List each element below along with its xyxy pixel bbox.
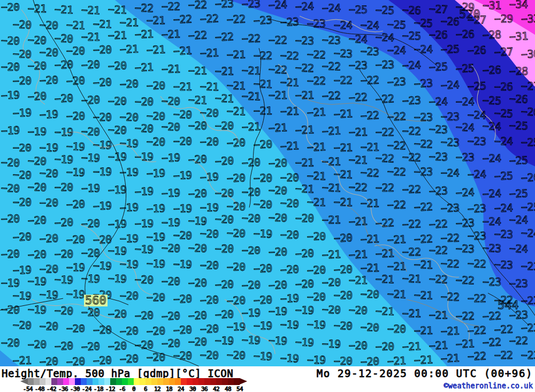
temperature-value: −20 bbox=[162, 276, 180, 287]
temperature-value: −20 bbox=[1, 304, 20, 315]
temperature-value: −20 bbox=[200, 136, 219, 148]
temperature-value: −19 bbox=[66, 141, 85, 152]
temperature-value: −21 bbox=[441, 352, 460, 364]
temperature-value: −20 bbox=[307, 231, 326, 242]
temperature-value: −20 bbox=[188, 153, 207, 165]
temperature-value: −19 bbox=[40, 289, 58, 300]
temperature-value: −20 bbox=[295, 278, 314, 289]
temperature-value: −19 bbox=[55, 153, 73, 165]
temperature-value: −25 bbox=[429, 61, 448, 72]
colorbar-tick-label: -42 bbox=[47, 386, 56, 392]
temperature-value: −24 bbox=[521, 227, 535, 239]
temperature-value: −23 bbox=[242, 0, 261, 10]
temperature-value: −22 bbox=[307, 75, 326, 87]
temperature-value: −24 bbox=[483, 216, 501, 227]
temperature-value: −20 bbox=[66, 199, 85, 210]
temperature-value: −20 bbox=[307, 291, 326, 302]
temperature-value: −20 bbox=[227, 295, 246, 306]
map-canvas: −20−21−21−21−21−22−22−22−23−23−24−24−24−… bbox=[0, 0, 535, 366]
temperature-value: −20 bbox=[349, 340, 368, 351]
temperature-value: −19 bbox=[40, 109, 58, 120]
temperature-value: −20 bbox=[173, 229, 192, 241]
temperature-value: −19 bbox=[93, 166, 112, 177]
temperature-value: −23 bbox=[414, 78, 433, 89]
colorbar-segment bbox=[93, 378, 98, 385]
temperature-value: −19 bbox=[322, 339, 341, 350]
legend-bar: Height/Temp. 500 hPa [gdmp][°C] ICON Mo … bbox=[0, 366, 535, 392]
colorbar-segment bbox=[146, 378, 151, 385]
temperature-value: −20 bbox=[269, 212, 287, 223]
temperature-value: −20 bbox=[1, 62, 20, 72]
temperature-value: −21 bbox=[456, 338, 475, 349]
temperature-value: −24 bbox=[322, 3, 341, 13]
colorbar-tick-label: -12 bbox=[105, 386, 115, 392]
temperature-value: −19 bbox=[135, 218, 154, 229]
temperature-value: −19 bbox=[55, 274, 73, 285]
temperature-value: −21 bbox=[414, 325, 433, 336]
temperature-value: −25 bbox=[376, 5, 394, 16]
temperature-value: −19 bbox=[254, 350, 272, 362]
temperature-value: −20 bbox=[40, 19, 58, 30]
temperature-value: −23 bbox=[361, 45, 379, 57]
temperature-value: −21 bbox=[242, 121, 261, 133]
temperature-value: −26 bbox=[441, 16, 460, 27]
temperature-value: −19 bbox=[162, 217, 180, 228]
temperature-value: −26 bbox=[509, 93, 528, 104]
temperature-value: −19 bbox=[280, 293, 299, 304]
temperature-value: −29 bbox=[494, 13, 513, 24]
temperature-value: −21 bbox=[441, 326, 460, 337]
temperature-value: −22 bbox=[295, 62, 314, 73]
temperature-value: −20 bbox=[173, 350, 192, 361]
temperature-value: −22 bbox=[387, 111, 406, 122]
temperature-value: −20 bbox=[55, 341, 73, 352]
temperature-value: −20 bbox=[55, 305, 73, 317]
temperature-value: −19 bbox=[55, 127, 73, 137]
temperature-value: −21 bbox=[414, 259, 433, 271]
temperature-value: −20 bbox=[93, 234, 112, 245]
temperature-value: −21 bbox=[361, 142, 379, 152]
temperature-value: −22 bbox=[227, 13, 246, 25]
colorbar-segment bbox=[28, 378, 34, 385]
temperature-value: −25 bbox=[494, 107, 513, 119]
temperature-value: −19 bbox=[269, 335, 287, 346]
temperature-value: −24 bbox=[456, 187, 475, 198]
temperature-value: −20 bbox=[147, 325, 165, 336]
temperature-value: −20 bbox=[28, 90, 47, 102]
temperature-value: −20 bbox=[227, 262, 246, 272]
temperature-value: −24 bbox=[483, 153, 501, 164]
temperature-value: −23 bbox=[468, 135, 486, 147]
temperature-value: −28 bbox=[483, 29, 501, 40]
temperature-value: −22 bbox=[494, 350, 513, 360]
temperature-value: −20 bbox=[242, 187, 261, 197]
temperature-value: −20 bbox=[269, 158, 287, 169]
temperature-value: −25 bbox=[441, 44, 460, 55]
temperature-value: −20 bbox=[55, 249, 73, 260]
temperature-value: −22 bbox=[429, 218, 448, 229]
colorbar-tick-label: 30 bbox=[189, 386, 196, 392]
temperature-value: −19 bbox=[66, 262, 85, 273]
temperature-value: −24 bbox=[494, 202, 513, 213]
temperature-value: −20 bbox=[200, 324, 219, 335]
temperature-value: −20 bbox=[242, 212, 261, 224]
temperature-value: −22 bbox=[334, 75, 353, 86]
temperature-value: −19 bbox=[280, 352, 299, 364]
temperature-value: −21 bbox=[215, 66, 234, 77]
temperature-value: −22 bbox=[402, 218, 421, 229]
temperature-value: −22 bbox=[162, 1, 180, 12]
temperature-value: −20 bbox=[135, 274, 154, 286]
temperature-value: −19 bbox=[120, 202, 139, 213]
temperature-value: −21 bbox=[349, 249, 368, 260]
temperature-value: −21 bbox=[162, 64, 180, 75]
temperature-value: −22 bbox=[456, 311, 475, 322]
temperature-value: −21 bbox=[322, 125, 341, 136]
temperature-value: −23 bbox=[349, 60, 368, 71]
temperature-value: −20 bbox=[108, 340, 127, 351]
temperature-value: −20 bbox=[200, 107, 219, 118]
temperature-value: −23 bbox=[322, 34, 341, 45]
temperature-value: −24 bbox=[334, 20, 353, 31]
colorbar-segment bbox=[122, 378, 128, 385]
temperature-value: −20 bbox=[13, 319, 32, 330]
temperature-value: −24 bbox=[509, 214, 528, 226]
temperature-value: −20 bbox=[13, 48, 32, 59]
temperature-value: −22 bbox=[468, 351, 486, 362]
